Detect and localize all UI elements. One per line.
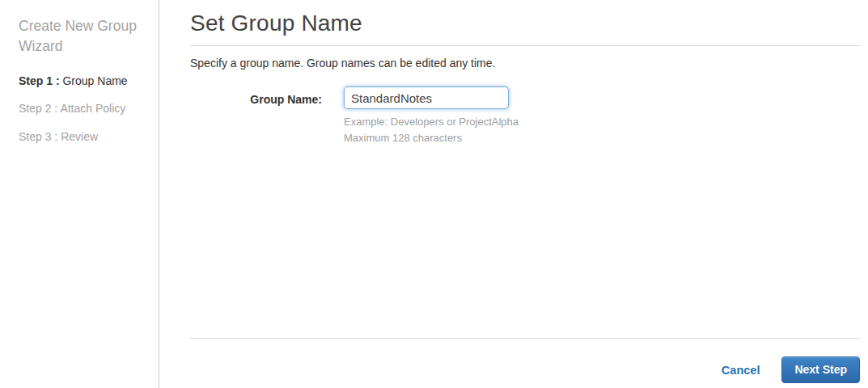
page-description: Specify a group name. Group names can be… bbox=[190, 57, 860, 70]
wizard-steps: Step 1 : Group Name Step 2 : Attach Poli… bbox=[19, 75, 146, 143]
step-item-attach-policy: Step 2 : Attach Policy bbox=[19, 103, 146, 115]
wizard-title: Create New Group Wizard bbox=[19, 16, 146, 57]
step-item-group-name: Step 1 : Group Name bbox=[19, 75, 146, 87]
step-label: Group Name bbox=[60, 74, 128, 87]
hint-max-characters: Maximum 128 characters bbox=[344, 131, 519, 146]
step-item-review: Step 3 : Review bbox=[19, 131, 146, 143]
create-group-wizard: Create New Group Wizard Step 1 : Group N… bbox=[0, 0, 868, 388]
wizard-footer: Cancel Next Step bbox=[190, 338, 860, 383]
hint-example: Example: Developers or ProjectAlpha bbox=[344, 115, 519, 129]
wizard-main-panel: Set Group Name Specify a group name. Gro… bbox=[159, 0, 868, 388]
group-name-form-row: Group Name: Example: Developers or Proje… bbox=[190, 86, 860, 147]
next-step-button[interactable]: Next Step bbox=[781, 356, 860, 383]
step-number: Step 2 : bbox=[19, 102, 57, 115]
step-number: Step 3 : bbox=[19, 130, 57, 143]
page-title: Set Group Name bbox=[190, 11, 860, 46]
group-name-hints: Example: Developers or ProjectAlpha Maxi… bbox=[344, 115, 519, 146]
group-name-label: Group Name: bbox=[190, 86, 322, 106]
group-name-control: Example: Developers or ProjectAlpha Maxi… bbox=[344, 86, 519, 147]
step-label: Review bbox=[57, 130, 98, 143]
cancel-link[interactable]: Cancel bbox=[722, 364, 760, 377]
content-spacer bbox=[190, 147, 860, 338]
wizard-sidebar: Create New Group Wizard Step 1 : Group N… bbox=[0, 0, 159, 388]
step-number: Step 1 : bbox=[19, 74, 60, 87]
group-name-input[interactable] bbox=[344, 86, 509, 109]
step-label: Attach Policy bbox=[57, 102, 125, 115]
